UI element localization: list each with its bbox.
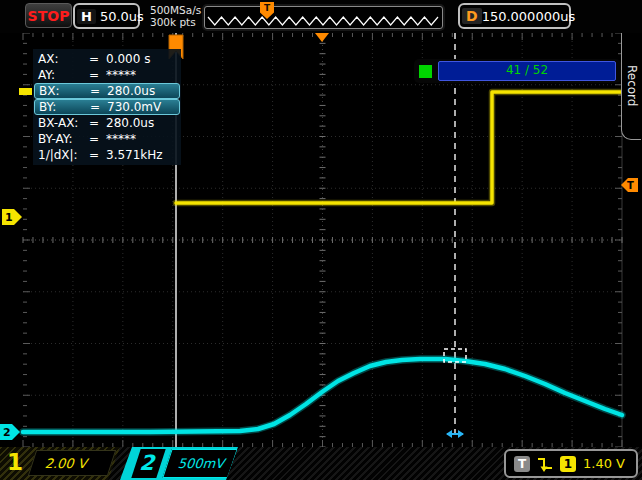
channel-2-scale-box: 500mV	[162, 449, 237, 478]
record-frame-counter: 41 / 52	[438, 61, 616, 81]
trigger-position-marker-icon[interactable]	[315, 33, 329, 42]
sample-rate: 500MSa/s	[150, 4, 201, 16]
cursor-readout-label: BY-AY:	[38, 132, 89, 146]
ch1-trace-glow	[176, 92, 622, 203]
cursor-readout-eq: =	[89, 68, 106, 82]
cursor-measurement-panel: AX:=0.000 sAY:=*****BX:=280.0usBY:=730.0…	[33, 49, 181, 165]
cursor-readout-value: *****	[106, 68, 176, 82]
trigger-status[interactable]: T 1 1.40 V	[504, 449, 638, 478]
cursor-readout-label: AY:	[38, 68, 89, 82]
trigger-level-value: 1.40 V	[583, 456, 625, 471]
marker-label: 1	[5, 211, 13, 224]
cursor-readout-eq: =	[89, 52, 106, 66]
marker-label: T	[627, 180, 634, 191]
cursor-readout-row: BY-AY:=*****	[34, 131, 180, 147]
delay-box[interactable]: D 150.000000us	[458, 3, 571, 29]
trigger-icon: T	[514, 456, 530, 472]
channel-1-scale: 2.00 V	[44, 456, 91, 471]
channel-1-number: 1	[7, 449, 23, 475]
bottom-bar: 1 2.00 V 2 500mV T 1 1	[0, 447, 642, 480]
memory-depth: 300k pts	[150, 16, 201, 28]
cursor-readout-row: BX:=280.0us	[34, 83, 180, 99]
cursor-drag-arrow-right	[458, 430, 464, 438]
top-bar: STOP H 50.0us 500MSa/s 300k pts T D 150.…	[0, 0, 642, 33]
cursor-readout-value: 280.0us	[107, 84, 175, 98]
channel-1-scale-box: 2.00 V	[28, 450, 116, 476]
overview-waveform	[205, 7, 442, 28]
cursor-readout-row: 1/|dX|:=3.571kHz	[34, 147, 180, 163]
cursor-readout-label: BX-AX:	[38, 116, 89, 130]
cursor-readout-eq: =	[89, 116, 106, 130]
channel-2-scale: 500mV	[177, 456, 228, 471]
cursor-readout-label: BY:	[39, 100, 90, 114]
horizontal-icon: H	[77, 9, 96, 24]
cursor-readout-value: 280.0us	[106, 116, 176, 130]
marker-label: 2	[3, 426, 11, 439]
ch1-trace	[176, 92, 622, 203]
record-play-indicator-icon	[419, 65, 432, 78]
channel-2-status[interactable]: 2 500mV	[120, 447, 238, 480]
cursor-readout-row: BX-AX:=280.0us	[34, 115, 180, 131]
cursor-readout-row: AY:=*****	[34, 67, 180, 83]
cursor-readout-eq: =	[89, 148, 106, 162]
cursor-readout-label: BX:	[39, 84, 90, 98]
channel-2-number: 2	[131, 449, 165, 478]
delay-value: 150.000000us	[482, 9, 576, 24]
cursor-readout-eq: =	[90, 84, 107, 98]
cursor-readout-label: 1/|dX|:	[38, 148, 89, 162]
cursor-readout-value: *****	[106, 132, 176, 146]
cursor-readout-row: AX:=0.000 s	[34, 51, 180, 67]
cursor-readout-row: BY:=730.0mV	[34, 99, 180, 115]
falling-edge-icon	[537, 455, 553, 473]
cursor-readout-value: 3.571kHz	[106, 148, 176, 162]
trigger-source-badge: 1	[560, 456, 576, 472]
record-frame-badge: 41 / 52	[414, 59, 621, 83]
channel-1-status[interactable]: 1 2.00 V	[0, 447, 120, 480]
horizontal-scale-value: 50.0us	[100, 9, 144, 24]
cursor-drag-arrow-left	[446, 430, 452, 438]
ch1-offscreen-blip	[19, 88, 32, 95]
acquisition-info: 500MSa/s 300k pts	[150, 4, 201, 28]
cursor-readout-label: AX:	[38, 52, 89, 66]
run-stop-button[interactable]: STOP	[25, 3, 72, 28]
horizontal-scale-box[interactable]: H 50.0us	[73, 3, 140, 29]
cursor-readout-eq: =	[90, 100, 107, 114]
cursor-panel-rows: AX:=0.000 sAY:=*****BX:=280.0usBY:=730.0…	[33, 51, 181, 163]
waveform-overview-bar[interactable]: T	[204, 6, 443, 29]
record-menu-tab[interactable]: Record	[621, 33, 641, 140]
oscilloscope-screen: STOP H 50.0us 500MSa/s 300k pts T D 150.…	[0, 0, 642, 480]
cursor-readout-value: 0.000 s	[106, 52, 176, 66]
delay-icon: D	[462, 8, 482, 24]
cursor-readout-value: 730.0mV	[107, 100, 175, 114]
cursor-readout-eq: =	[89, 132, 106, 146]
